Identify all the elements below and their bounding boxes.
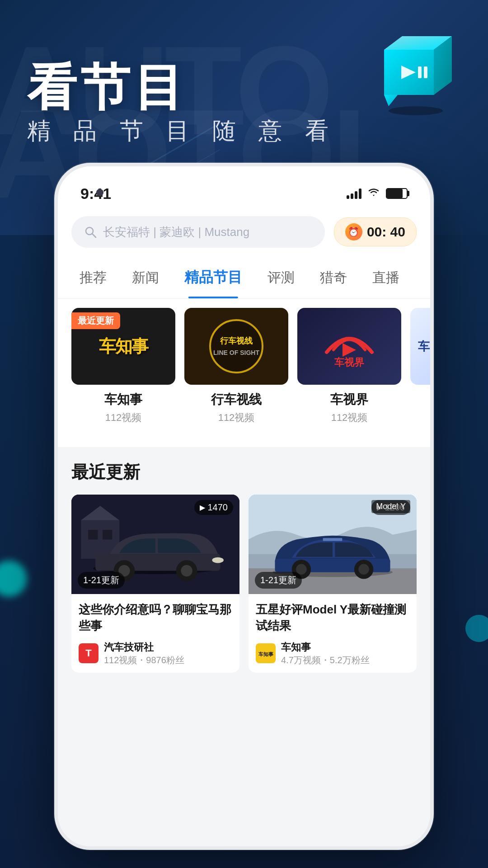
recent-section: 最近更新	[58, 447, 430, 673]
shows-section: 车知事 最近更新 车知事 112视频	[58, 299, 430, 447]
svg-point-23	[212, 557, 224, 563]
model-label: Model Y	[371, 500, 410, 513]
nav-tabs: 推荐 新闻 精品节目 评测 猎奇 直播	[58, 257, 430, 299]
video-grid: ▶ 1470 1-21更新 这些你介绍意吗？聊聊宝马那些事 T 汽车技研社	[71, 495, 417, 673]
show-item-chevision[interactable]: 车视界 车视界 112视频	[297, 308, 401, 425]
show-circle-logo: 行车视线 LINE OF SIGHT	[209, 319, 263, 373]
svg-rect-6	[418, 66, 422, 78]
hero-title: 看节目	[27, 54, 187, 122]
shows-list: 车知事 最近更新 车知事 112视频	[58, 299, 430, 434]
show-logo-text: 车知事	[99, 335, 148, 358]
svg-point-33	[358, 564, 369, 575]
tab-live[interactable]: 直播	[360, 258, 412, 298]
video-info-1: 这些你介绍意吗？聊聊宝马那些事 T 汽车技研社 112视频・9876粉丝	[71, 594, 239, 673]
show-count-1: 112视频	[71, 411, 175, 425]
channel-info-2: 车知事 4.7万视频・5.2万粉丝	[281, 641, 409, 666]
video-thumb-tesla: ▶ 1206 1-21更新 Model Y	[249, 495, 417, 594]
video-title-1: 这些你介绍意吗？聊聊宝马那些事	[79, 601, 232, 634]
tab-review[interactable]: 评测	[255, 258, 307, 298]
show-item-partial[interactable]: 车	[410, 308, 430, 425]
svg-rect-7	[424, 66, 427, 78]
svg-line-9	[92, 234, 96, 237]
video-card-bmw[interactable]: ▶ 1470 1-21更新 这些你介绍意吗？聊聊宝马那些事 T 汽车技研社	[71, 495, 239, 673]
channel-meta-1: 112视频・9876粉丝	[104, 654, 232, 666]
search-bar[interactable]: 长安福特 | 蒙迪欧 | Mustang	[71, 216, 325, 248]
svg-text:车知事: 车知事	[258, 651, 274, 657]
phone-content: 长安福特 | 蒙迪欧 | Mustang ⏰ 00: 40 推荐 新闻 精品节目…	[58, 207, 430, 846]
svg-rect-34	[323, 538, 343, 541]
battery-icon	[386, 188, 408, 199]
search-icon	[84, 226, 97, 238]
svg-marker-4	[384, 95, 398, 106]
svg-point-0	[389, 106, 443, 115]
channel-name-2: 车知事	[281, 641, 409, 654]
timer-text: 00: 40	[367, 224, 405, 240]
video-thumb-bmw: ▶ 1470 1-21更新	[71, 495, 239, 594]
date-badge-2: 1-21更新	[255, 572, 302, 589]
tab-news[interactable]: 新闻	[119, 258, 172, 298]
status-icons	[347, 187, 408, 201]
show-item-xingche[interactable]: 行车视线 LINE OF SIGHT 行车视线 112视频	[184, 308, 288, 425]
channel-avatar-2: 车知事	[256, 643, 276, 663]
tab-quality-shows[interactable]: 精品节目	[172, 257, 255, 298]
svg-point-22	[181, 565, 192, 577]
video-card-tesla[interactable]: ▶ 1206 1-21更新 Model Y 五星好评Model Y最新碰撞测试结…	[249, 495, 417, 673]
hero-icon	[371, 27, 461, 118]
show-thumbnail-2: 行车视线 LINE OF SIGHT	[184, 308, 288, 385]
svg-marker-10	[343, 343, 356, 357]
channel-meta-2: 4.7万视频・5.2万粉丝	[281, 654, 409, 666]
tab-explore[interactable]: 猎奇	[307, 258, 360, 298]
channel-row-1: T 汽车技研社 112视频・9876粉丝	[79, 641, 232, 666]
date-badge-1: 1-21更新	[78, 572, 125, 589]
play-count-1: ▶ 1470	[194, 500, 234, 515]
status-bar: 9:41	[58, 166, 430, 207]
hero-subtitle: 精 品 节 目 随 意 看	[27, 115, 337, 147]
tab-recommend[interactable]: 推荐	[67, 258, 119, 298]
show-name-3: 车视界	[297, 391, 401, 408]
channel-avatar-1: T	[79, 643, 99, 663]
show-thumbnail-4: 车	[410, 308, 430, 385]
channel-row-2: 车知事 车知事 4.7万视频・5.2万粉丝	[256, 641, 409, 666]
phone-mockup: 9:41	[54, 163, 434, 850]
wifi-icon	[367, 187, 380, 201]
video-info-2: 五星好评Model Y最新碰撞测试结果 车知事 车知事	[249, 594, 417, 673]
svg-rect-16	[103, 530, 112, 539]
svg-rect-15	[88, 530, 98, 539]
svg-text:车视界: 车视界	[334, 357, 365, 368]
show-thumbnail-3: 车视界	[297, 308, 401, 385]
video-title-2: 五星好评Model Y最新碰撞测试结果	[256, 601, 409, 634]
recent-title: 最近更新	[71, 461, 417, 484]
show-count-3: 112视频	[297, 411, 401, 425]
show-item-chezhi[interactable]: 车知事 最近更新 车知事 112视频	[71, 308, 175, 425]
search-section: 长安福特 | 蒙迪欧 | Mustang ⏰ 00: 40	[58, 207, 430, 257]
channel-name-1: 汽车技研社	[104, 641, 232, 654]
search-placeholder: 长安福特 | 蒙迪欧 | Mustang	[103, 224, 249, 240]
signal-icon	[347, 188, 361, 199]
show-count-2: 112视频	[184, 411, 288, 425]
timer-badge[interactable]: ⏰ 00: 40	[334, 217, 417, 246]
show-name-2: 行车视线	[184, 391, 288, 408]
show-name-1: 车知事	[71, 391, 175, 408]
camera-dot	[96, 189, 103, 196]
channel-info-1: 汽车技研社 112视频・9876粉丝	[104, 641, 232, 666]
show-thumbnail-1: 车知事 最近更新	[71, 308, 175, 385]
status-time: 9:41	[80, 185, 111, 203]
timer-clock-icon: ⏰	[345, 223, 362, 241]
car-vision-logo: 车视界	[318, 321, 381, 370]
badge-new: 最近更新	[71, 312, 120, 329]
